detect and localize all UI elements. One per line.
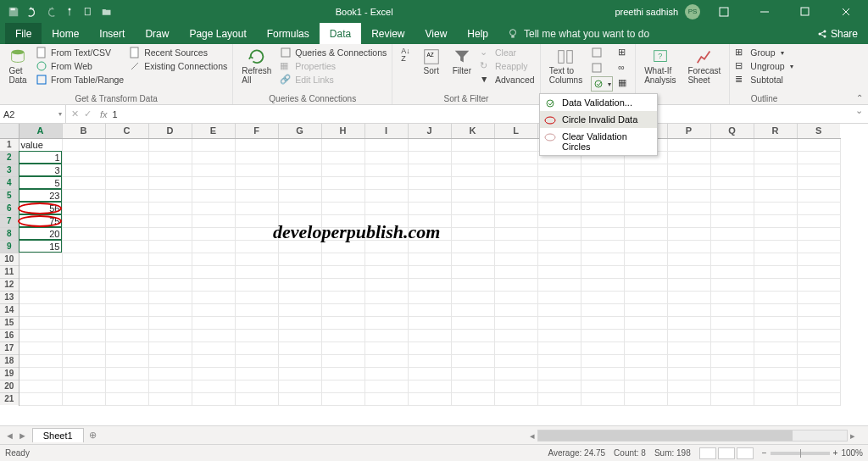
cell[interactable] [408, 214, 451, 227]
cell[interactable] [192, 176, 235, 189]
cell[interactable] [537, 189, 581, 202]
cell[interactable] [62, 329, 105, 342]
cell[interactable] [235, 316, 278, 329]
cell[interactable] [278, 392, 321, 405]
row-header[interactable]: 11 [0, 265, 19, 278]
cell[interactable]: 56 [19, 202, 62, 214]
cell[interactable] [451, 138, 494, 151]
cell[interactable] [364, 227, 408, 240]
cell[interactable] [19, 354, 62, 367]
cell[interactable] [62, 240, 105, 253]
cell[interactable] [710, 278, 754, 291]
column-header[interactable]: P [667, 124, 710, 138]
minimize-icon[interactable] [748, 0, 782, 23]
cell[interactable] [364, 367, 408, 380]
cell[interactable] [667, 354, 710, 367]
cell[interactable] [105, 202, 148, 214]
from-web[interactable]: From Web [36, 59, 124, 73]
cell[interactable] [408, 202, 451, 214]
cell[interactable] [364, 240, 408, 253]
zoom-out-icon[interactable]: − [762, 448, 767, 458]
cell[interactable] [710, 367, 754, 380]
cell[interactable] [754, 316, 797, 329]
cell[interactable] [537, 227, 581, 240]
cell[interactable] [581, 278, 624, 291]
cell[interactable] [624, 253, 667, 265]
cell[interactable] [581, 291, 624, 303]
cell[interactable] [797, 164, 840, 176]
column-header[interactable]: F [235, 124, 278, 138]
cell[interactable] [364, 151, 408, 164]
cell[interactable] [62, 189, 105, 202]
cell[interactable] [797, 240, 840, 253]
cell[interactable] [192, 240, 235, 253]
cell[interactable] [19, 265, 62, 278]
horizontal-scrollbar[interactable]: ◂ ▸ [527, 430, 858, 442]
tab-review[interactable]: Review [361, 23, 415, 44]
row-header[interactable]: 19 [0, 367, 19, 380]
cell[interactable] [105, 278, 148, 291]
next-sheet-icon[interactable]: ► [18, 430, 27, 441]
cell[interactable] [797, 329, 840, 342]
cell[interactable] [494, 354, 537, 367]
cell[interactable] [667, 164, 710, 176]
cell[interactable] [494, 316, 537, 329]
cell[interactable] [797, 291, 840, 303]
cell[interactable] [451, 253, 494, 265]
cell[interactable] [62, 303, 105, 316]
cell[interactable] [581, 202, 624, 214]
cell[interactable] [19, 253, 62, 265]
cell[interactable] [235, 303, 278, 316]
advanced-filter[interactable]: ▼Advanced [480, 73, 535, 86]
cell[interactable] [278, 214, 321, 227]
cell[interactable] [451, 176, 494, 189]
cell[interactable] [494, 291, 537, 303]
cell[interactable] [624, 265, 667, 278]
sheet-tab[interactable]: Sheet1 [32, 428, 84, 442]
cell[interactable] [364, 380, 408, 392]
cell[interactable] [235, 214, 278, 227]
row-header[interactable]: 3 [0, 164, 19, 176]
cell[interactable] [321, 164, 364, 176]
cell[interactable] [667, 138, 710, 151]
cell[interactable] [192, 278, 235, 291]
cell[interactable]: 1 [19, 151, 62, 164]
row-header[interactable]: 8 [0, 227, 19, 240]
cell[interactable] [148, 164, 192, 176]
cell[interactable] [235, 176, 278, 189]
cell[interactable] [235, 329, 278, 342]
scroll-left-icon[interactable]: ◂ [527, 430, 537, 442]
cell[interactable] [710, 380, 754, 392]
cell[interactable] [667, 265, 710, 278]
cell[interactable] [537, 342, 581, 354]
cell[interactable] [624, 367, 667, 380]
cell[interactable] [710, 265, 754, 278]
cell[interactable] [754, 342, 797, 354]
cell[interactable] [364, 189, 408, 202]
cell[interactable] [105, 367, 148, 380]
cell[interactable] [624, 240, 667, 253]
flash-fill[interactable] [591, 46, 613, 59]
cell[interactable] [62, 291, 105, 303]
cell[interactable] [235, 367, 278, 380]
cell[interactable] [364, 303, 408, 316]
column-header[interactable]: A [19, 124, 62, 138]
cell[interactable] [537, 278, 581, 291]
cell[interactable] [364, 202, 408, 214]
cell[interactable] [278, 291, 321, 303]
cell[interactable] [278, 189, 321, 202]
cell[interactable] [494, 164, 537, 176]
row-header[interactable]: 1 [0, 138, 19, 151]
user-name[interactable]: preethi sadhish [615, 7, 678, 17]
cell[interactable] [581, 392, 624, 405]
cell[interactable] [494, 253, 537, 265]
cell[interactable]: 3 [19, 164, 62, 176]
cell[interactable] [667, 367, 710, 380]
cell[interactable] [278, 202, 321, 214]
cell[interactable] [321, 278, 364, 291]
cell[interactable] [408, 138, 451, 151]
cell[interactable] [451, 202, 494, 214]
cell[interactable] [754, 354, 797, 367]
redo-icon[interactable] [44, 5, 58, 19]
from-text-csv[interactable]: From Text/CSV [36, 46, 124, 59]
